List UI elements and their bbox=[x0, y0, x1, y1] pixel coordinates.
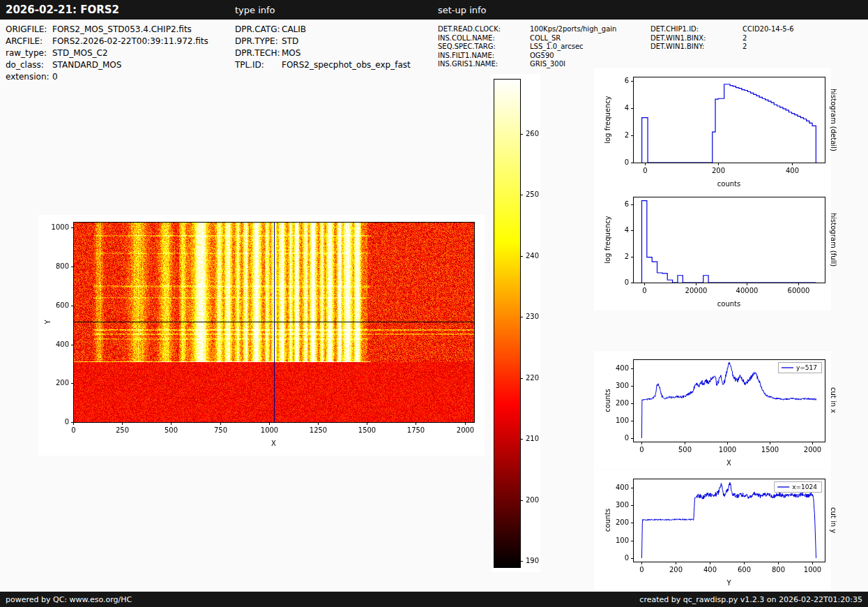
qc-report-page: 2026-02-21: FORS2 type info set-up info … bbox=[0, 0, 868, 607]
histogram-detail-plot bbox=[594, 68, 831, 190]
meta-value: CALIB bbox=[282, 24, 306, 36]
meta-row: SEQ.SPEC.TARG:LSS_1.0_arcsec bbox=[438, 43, 616, 52]
meta-row: DET.WIN1.BINY:2 bbox=[650, 43, 794, 52]
detector-info-block: DET.CHIP1.ID:CCID20-14-5-6 DET.WIN1.BINX… bbox=[650, 25, 794, 52]
meta-row: raw_type:STD_MOS_C2 bbox=[6, 47, 208, 59]
meta-value: 100Kps/2ports/high_gain bbox=[530, 25, 616, 34]
header-bar: 2026-02-21: FORS2 type info set-up info bbox=[0, 0, 868, 20]
cut-in-x-plot bbox=[594, 351, 831, 470]
meta-row: DET.READ.CLOCK:100Kps/2ports/high_gain bbox=[438, 25, 616, 34]
meta-row: DPR.CATG:CALIB bbox=[235, 24, 411, 36]
meta-key: do_class: bbox=[6, 59, 52, 71]
meta-key: extension: bbox=[6, 71, 52, 83]
meta-key: DET.WIN1.BINY: bbox=[650, 43, 743, 52]
meta-value: FORS2_MOS_STD053.4.CHIP2.fits bbox=[52, 24, 192, 36]
type-info-block: DPR.CATG:CALIB DPR.TYPE:STD DPR.TECH:MOS… bbox=[235, 24, 411, 71]
cut-in-y-side-label: cut in y bbox=[828, 479, 838, 562]
meta-key: DET.READ.CLOCK: bbox=[438, 25, 530, 34]
setup-info-label: set-up info bbox=[438, 5, 487, 15]
file-info-block: ORIGFILE:FORS2_MOS_STD053.4.CHIP2.fits A… bbox=[6, 24, 208, 83]
meta-key: ORIGFILE: bbox=[6, 24, 52, 36]
footer-bar: powered by QC: www.eso.org/HC created by… bbox=[0, 592, 868, 607]
meta-value: 2 bbox=[743, 43, 747, 52]
meta-value: CCID20-14-5-6 bbox=[743, 25, 794, 34]
meta-row: INS.FILT1.NAME:OG590 bbox=[438, 52, 616, 61]
meta-key: INS.FILT1.NAME: bbox=[438, 52, 530, 61]
meta-key: SEQ.SPEC.TARG: bbox=[438, 43, 530, 52]
meta-value: GRIS_300I bbox=[530, 60, 565, 69]
meta-row: TPL.ID:FORS2_specphot_obs_exp_fast bbox=[235, 59, 411, 71]
meta-row: INS.GRIS1.NAME:GRIS_300I bbox=[438, 60, 616, 69]
meta-row: ORIGFILE:FORS2_MOS_STD053.4.CHIP2.fits bbox=[6, 24, 208, 36]
meta-key: DET.CHIP1.ID: bbox=[650, 25, 743, 34]
meta-value: STANDARD_MOS bbox=[52, 59, 121, 71]
histogram-full-plot bbox=[594, 188, 831, 310]
footer-powered-by: powered by QC: www.eso.org/HC bbox=[6, 595, 132, 604]
meta-key: DPR.CATG: bbox=[235, 24, 282, 36]
meta-value: STD bbox=[282, 36, 298, 47]
meta-row: DPR.TYPE:STD bbox=[235, 36, 411, 47]
meta-row: INS.COLL.NAME:COLL_SR bbox=[438, 34, 616, 43]
meta-row: DPR.TECH:MOS bbox=[235, 47, 411, 59]
cut-in-y-plot bbox=[594, 470, 831, 590]
meta-value: 2 bbox=[743, 34, 747, 43]
page-title: 2026-02-21: FORS2 bbox=[6, 3, 119, 16]
meta-key: DPR.TECH: bbox=[235, 47, 282, 59]
meta-value: FORS2_specphot_obs_exp_fast bbox=[282, 59, 411, 71]
meta-row: DET.CHIP1.ID:CCID20-14-5-6 bbox=[650, 25, 794, 34]
meta-value: 0 bbox=[52, 71, 58, 83]
meta-value: MOS bbox=[282, 47, 300, 59]
meta-value: OG590 bbox=[530, 52, 554, 61]
meta-value: FORS2.2026-02-22T00:39:11.972.fits bbox=[52, 36, 208, 47]
meta-key: INS.COLL.NAME: bbox=[438, 34, 530, 43]
meta-row: ARCFILE:FORS2.2026-02-22T00:39:11.972.fi… bbox=[6, 36, 208, 47]
meta-key: DPR.TYPE: bbox=[235, 36, 282, 47]
meta-row: do_class:STANDARD_MOS bbox=[6, 59, 208, 71]
type-info-label: type info bbox=[235, 5, 275, 15]
setup-info-block: DET.READ.CLOCK:100Kps/2ports/high_gain I… bbox=[438, 25, 616, 69]
histogram-full-side-label: histogram (full) bbox=[828, 197, 838, 283]
cut-in-x-side-label: cut in x bbox=[828, 359, 838, 442]
meta-row: DET.WIN1.BINX:2 bbox=[650, 34, 794, 43]
meta-key: ARCFILE: bbox=[6, 36, 52, 47]
meta-key: DET.WIN1.BINX: bbox=[650, 34, 743, 43]
meta-key: INS.GRIS1.NAME: bbox=[438, 60, 530, 69]
meta-key: TPL.ID: bbox=[235, 59, 282, 71]
meta-key: raw_type: bbox=[6, 47, 52, 59]
meta-value: LSS_1.0_arcsec bbox=[530, 43, 584, 52]
meta-row: extension:0 bbox=[6, 71, 208, 83]
histogram-detail-side-label: histogram (detail) bbox=[828, 77, 838, 163]
raw-image-plot bbox=[38, 215, 485, 456]
footer-created-by: created by qc_rawdisp.py v1.2.3 on 2026-… bbox=[639, 595, 862, 604]
colorbar bbox=[492, 74, 540, 572]
meta-value: COLL_SR bbox=[530, 34, 561, 43]
meta-value: STD_MOS_C2 bbox=[52, 47, 108, 59]
